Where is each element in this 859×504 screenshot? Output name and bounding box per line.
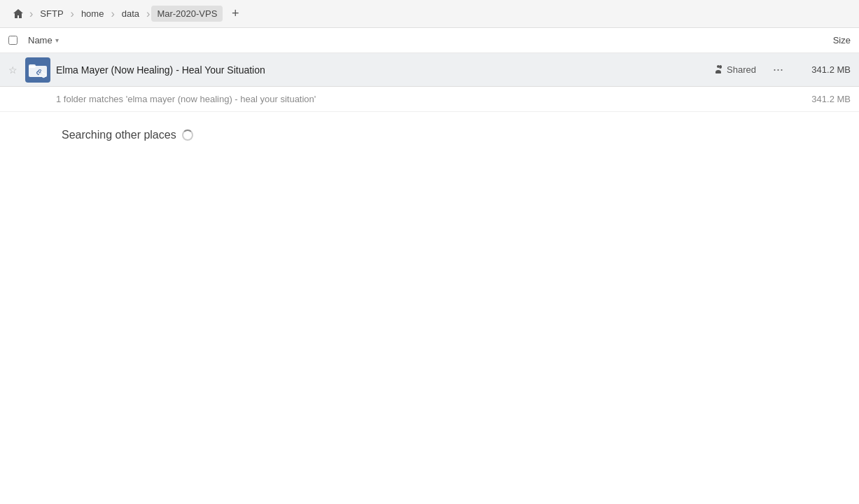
star-icon[interactable]: ☆ [8,64,22,76]
select-all-checkbox-container[interactable] [8,36,25,45]
size-column-header: Size [833,35,851,46]
match-text: 1 folder matches 'elma mayer (now healin… [56,94,795,104]
folder-icon [25,57,50,83]
searching-label: Searching other places [62,129,851,141]
name-sort-arrow: ▾ [55,36,59,44]
column-header-row: Name ▾ Size [0,28,859,53]
match-size: 341.2 MB [795,94,851,104]
breadcrumb-data[interactable]: data [116,6,145,22]
breadcrumb-sep-1: › [71,8,74,20]
searching-section: Searching other places [0,112,859,150]
shared-label: Shared [727,64,756,75]
name-column-label: Name [28,35,53,46]
breadcrumb-sep-2: › [111,8,114,20]
shared-badge: Shared [713,64,756,75]
searching-text: Searching other places [62,129,176,141]
breadcrumb-sftp[interactable]: SFTP [34,6,69,22]
select-all-checkbox[interactable] [8,36,18,45]
file-row[interactable]: ☆ Elma Mayer (Now Healing) - Heal Your S… [0,53,859,87]
home-icon[interactable] [8,4,28,24]
more-options-button[interactable]: ··· [767,59,789,80]
match-info-row: 1 folder matches 'elma mayer (now healin… [0,87,859,112]
breadcrumb-sep-3: › [146,8,150,20]
breadcrumb-bar: › SFTP › home › data › Mar-2020-VPS + [0,0,859,28]
loading-spinner [182,130,193,141]
add-tab-button[interactable]: + [225,4,245,24]
breadcrumb-sep-0: › [29,8,33,20]
breadcrumb-mar-2020-vps[interactable]: Mar-2020-VPS [151,6,223,22]
svg-rect-1 [29,64,36,68]
content-area: Searching other places [0,112,859,504]
file-size: 341.2 MB [795,64,851,75]
breadcrumb-home[interactable]: home [76,6,110,22]
file-name: Elma Mayer (Now Healing) - Heal Your Sit… [56,64,713,76]
name-column-header[interactable]: Name ▾ [28,35,59,46]
